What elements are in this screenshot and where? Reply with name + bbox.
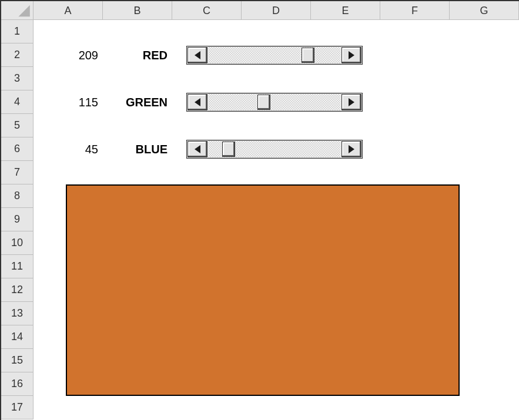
spreadsheet-frame: ABCDEFG 1234567891011121314151617 209 11… (1, 1, 519, 420)
cell-A4-green-value[interactable]: 115 (34, 90, 103, 114)
row-header-9[interactable]: 9 (1, 208, 34, 231)
row-header-5[interactable]: 5 (1, 114, 34, 137)
cell-B4-green-label[interactable]: GREEN (103, 90, 172, 114)
red-scrollbar[interactable] (186, 46, 363, 65)
column-header-A[interactable]: A (34, 1, 103, 20)
column-header-D[interactable]: D (242, 1, 311, 20)
arrow-right-icon (349, 51, 354, 59)
row-header-2[interactable]: 2 (1, 43, 34, 67)
column-header-G[interactable]: G (450, 1, 519, 20)
row-header-11[interactable]: 11 (1, 255, 34, 278)
green-scroll-track[interactable] (208, 93, 341, 111)
arrow-left-icon (195, 145, 200, 153)
green-scroll-thumb[interactable] (257, 95, 270, 110)
blue-scroll-left-button[interactable] (187, 141, 207, 157)
row-header-13[interactable]: 13 (1, 302, 34, 325)
column-headers: ABCDEFG (34, 1, 519, 20)
blue-scroll-right-button[interactable] (341, 141, 361, 157)
row-header-4[interactable]: 4 (1, 90, 34, 114)
arrow-left-icon (195, 98, 200, 106)
column-header-E[interactable]: E (311, 1, 380, 20)
column-header-C[interactable]: C (172, 1, 242, 20)
row-header-12[interactable]: 12 (1, 278, 34, 302)
arrow-right-icon (349, 145, 354, 153)
row-header-10[interactable]: 10 (1, 231, 34, 255)
color-preview-rectangle (66, 184, 460, 396)
row-headers: 1234567891011121314151617 (1, 20, 34, 419)
select-all-corner[interactable] (1, 1, 34, 20)
row-header-14[interactable]: 14 (1, 325, 34, 349)
row-header-16[interactable]: 16 (1, 372, 34, 396)
cell-area[interactable]: 209 115 45 RED GREEN BLUE (34, 20, 519, 420)
row-header-1[interactable]: 1 (1, 20, 34, 43)
red-scroll-track[interactable] (208, 46, 341, 64)
green-scrollbar[interactable] (186, 93, 363, 112)
green-scroll-right-button[interactable] (341, 94, 361, 110)
arrow-left-icon (195, 51, 200, 59)
green-scroll-left-button[interactable] (187, 94, 207, 110)
row-header-17[interactable]: 17 (1, 396, 34, 419)
cell-B6-blue-label[interactable]: BLUE (103, 137, 172, 161)
blue-scroll-track[interactable] (208, 140, 341, 158)
cell-A2-red-value[interactable]: 209 (34, 43, 103, 67)
column-header-F[interactable]: F (380, 1, 450, 20)
blue-scroll-thumb[interactable] (222, 142, 235, 157)
column-header-B[interactable]: B (103, 1, 172, 20)
red-scroll-thumb[interactable] (302, 48, 314, 63)
row-header-3[interactable]: 3 (1, 67, 34, 90)
row-header-8[interactable]: 8 (1, 184, 34, 208)
svg-marker-0 (18, 5, 29, 16)
cell-B2-red-label[interactable]: RED (103, 43, 172, 67)
arrow-right-icon (349, 98, 354, 106)
row-header-6[interactable]: 6 (1, 137, 34, 161)
red-scroll-left-button[interactable] (187, 47, 207, 63)
cell-A6-blue-value[interactable]: 45 (34, 137, 103, 161)
red-scroll-right-button[interactable] (341, 47, 361, 63)
blue-scrollbar[interactable] (186, 140, 363, 159)
row-header-15[interactable]: 15 (1, 349, 34, 372)
row-header-7[interactable]: 7 (1, 161, 34, 184)
